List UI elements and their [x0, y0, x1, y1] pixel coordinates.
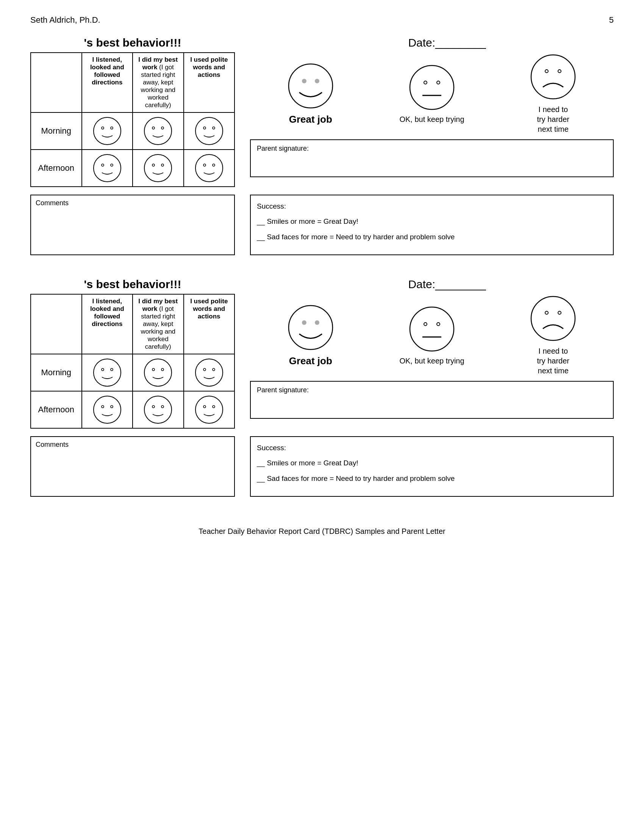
morning-face-1a — [82, 113, 133, 150]
svg-point-41 — [152, 405, 155, 408]
svg-point-31 — [144, 359, 172, 386]
col-listened-2: I listened, looked and followed directio… — [82, 294, 133, 354]
svg-point-15 — [195, 154, 223, 182]
col-empty-2 — [31, 294, 82, 354]
afternoon-face-1c — [184, 150, 235, 187]
col-polite-2: I used polite words and actions — [184, 294, 235, 354]
svg-point-11 — [111, 164, 113, 166]
svg-point-32 — [152, 368, 155, 371]
svg-point-1 — [101, 127, 104, 129]
svg-point-19 — [302, 79, 306, 83]
face-label-try-1: I need to try harder next time — [537, 105, 569, 134]
parent-sig-label-2: Parent signature: — [257, 386, 309, 394]
morning-face-2a — [82, 354, 133, 391]
afternoon-face-2b — [133, 391, 184, 428]
bottom-row-2: Comments Success: __ Smiles or more = Gr… — [30, 436, 614, 497]
svg-point-8 — [213, 127, 215, 129]
col-bestwork: I did my best work (I got started right … — [133, 53, 184, 113]
table-row-afternoon-2: Afternoon — [31, 391, 235, 428]
face-item-ok-2: OK, but keep trying — [399, 304, 464, 365]
author-name: Seth Aldrich, Ph.D. — [30, 15, 100, 25]
date-label-1: Date:________ — [408, 36, 486, 49]
svg-point-30 — [111, 368, 113, 371]
svg-point-9 — [93, 154, 121, 182]
morning-face-2b — [133, 354, 184, 391]
svg-point-47 — [302, 320, 306, 325]
svg-point-49 — [410, 307, 454, 351]
success-line1-1: __ Smiles or more = Great Day! — [257, 216, 607, 227]
svg-point-21 — [410, 66, 454, 109]
table-row-afternoon-1: Afternoon — [31, 150, 235, 187]
svg-point-12 — [144, 154, 172, 182]
face-item-great-1: Great job — [286, 61, 335, 125]
face-label-ok-2: OK, but keep trying — [399, 357, 464, 365]
comments-box-1: Comments — [30, 195, 235, 255]
col-polite: I used polite words and actions — [184, 53, 235, 113]
success-line2-2: __ Sad faces for more = Need to try hard… — [257, 473, 607, 484]
afternoon-face-2c — [184, 391, 235, 428]
svg-point-43 — [195, 396, 223, 423]
face-label-try-2: I need to try harder next time — [537, 346, 569, 376]
svg-point-13 — [152, 164, 155, 166]
page-number: 5 — [609, 15, 614, 25]
svg-point-55 — [558, 311, 561, 314]
svg-point-33 — [161, 368, 164, 371]
morning-label-2: Morning — [31, 354, 82, 391]
svg-point-16 — [203, 164, 206, 166]
footer: Teacher Daily Behavior Report Card (TDBR… — [30, 519, 614, 536]
svg-point-22 — [424, 81, 427, 84]
svg-point-0 — [93, 117, 121, 145]
svg-point-17 — [213, 164, 215, 166]
svg-point-35 — [203, 368, 206, 371]
svg-point-50 — [424, 323, 427, 326]
svg-point-28 — [93, 359, 121, 386]
svg-point-5 — [161, 127, 164, 129]
card-section-1: 's best behavior!!! Date:________ I list… — [30, 36, 614, 255]
behavior-table-1: I listened, looked and followed directio… — [30, 52, 235, 187]
svg-point-25 — [531, 55, 575, 99]
svg-point-45 — [213, 405, 215, 408]
afternoon-label-2: Afternoon — [31, 391, 82, 428]
success-box-2: Success: __ Smiles or more = Great Day! … — [250, 436, 614, 497]
comments-label-2: Comments — [35, 441, 69, 448]
col-empty — [31, 53, 82, 113]
svg-point-7 — [203, 127, 206, 129]
table-row-morning-2: Morning — [31, 354, 235, 391]
bottom-row-1: Comments Success: __ Smiles or more = Gr… — [30, 195, 614, 255]
svg-point-48 — [315, 320, 319, 325]
parent-sig-label-1: Parent signature: — [257, 145, 309, 152]
faces-row-1: Great job OK, but keep trying — [250, 52, 614, 134]
face-item-try-1: I need to try harder next time — [528, 52, 578, 134]
afternoon-label-1: Afternoon — [31, 150, 82, 187]
svg-point-4 — [152, 127, 155, 129]
face-item-ok-1: OK, but keep trying — [399, 63, 464, 124]
parent-sig-box-1: Parent signature: — [250, 139, 614, 177]
morning-face-1c — [184, 113, 235, 150]
svg-point-42 — [161, 405, 164, 408]
comments-label-1: Comments — [35, 199, 69, 207]
right-section-2: Great job OK, but keep trying — [250, 294, 614, 419]
svg-point-51 — [437, 323, 440, 326]
afternoon-face-2a — [82, 391, 133, 428]
morning-label-1: Morning — [31, 113, 82, 150]
success-line2-1: __ Sad faces for more = Need to try hard… — [257, 232, 607, 243]
face-label-great-2: Great job — [289, 355, 332, 367]
svg-point-46 — [289, 306, 333, 349]
face-label-great-1: Great job — [289, 114, 332, 125]
parent-sig-box-2: Parent signature: — [250, 381, 614, 419]
svg-point-6 — [195, 117, 223, 145]
success-line1-2: __ Smiles or more = Great Day! — [257, 457, 607, 469]
svg-point-40 — [144, 396, 172, 423]
svg-point-27 — [558, 70, 561, 73]
success-title-1: Success: — [257, 201, 607, 212]
success-box-1: Success: __ Smiles or more = Great Day! … — [250, 195, 614, 255]
svg-point-3 — [144, 117, 172, 145]
card-title-2: 's best behavior!!! — [84, 278, 181, 290]
behavior-table-2: I listened, looked and followed directio… — [30, 294, 235, 429]
card-title-row-1: 's best behavior!!! Date:________ — [30, 36, 614, 49]
comments-box-2: Comments — [30, 436, 235, 497]
face-item-try-2: I need to try harder next time — [528, 294, 578, 376]
svg-point-20 — [315, 79, 319, 83]
afternoon-face-1a — [82, 150, 133, 187]
success-title-2: Success: — [257, 442, 607, 453]
